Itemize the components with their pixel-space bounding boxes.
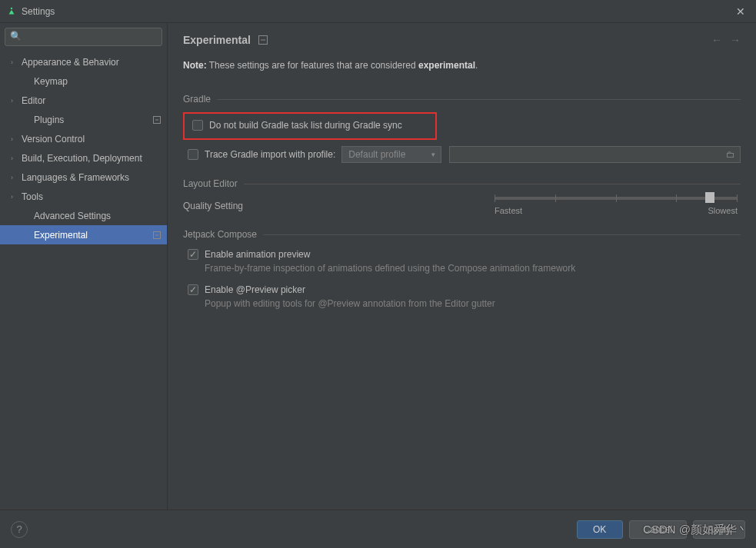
- sidebar-item-label: Editor: [22, 95, 45, 106]
- sidebar-item-tools[interactable]: ›Tools: [0, 187, 167, 206]
- sidebar-item-appearance-behavior[interactable]: ›Appearance & Behavior: [0, 52, 167, 71]
- jetpack-label: Jetpack Compose: [183, 229, 257, 240]
- checkbox-trace-gradle[interactable]: [188, 149, 198, 160]
- sidebar-item-keymap[interactable]: ›Keymap: [0, 71, 167, 91]
- page-title: Experimental: [183, 34, 251, 46]
- back-icon[interactable]: ←: [711, 34, 722, 46]
- chevron-right-icon: ›: [11, 58, 20, 66]
- jetpack-section: Jetpack Compose Enable animation preview…: [183, 229, 741, 309]
- layout-editor-section: Layout Editor Quality Setting Fastest Sl…: [183, 178, 741, 215]
- jetpack-opt2-label: Enable @Preview picker: [205, 284, 305, 295]
- checkbox-anim-preview[interactable]: [188, 249, 198, 260]
- fastest-label: Fastest: [495, 206, 522, 215]
- chevron-right-icon: ›: [11, 97, 20, 105]
- jetpack-desc1: Frame-by-frame inspection of animations …: [183, 263, 741, 274]
- sidebar-item-label: Keymap: [34, 76, 68, 87]
- sidebar-item-label: Languages & Frameworks: [22, 172, 129, 183]
- title-bar: Settings ✕: [0, 0, 756, 23]
- help-button[interactable]: ?: [11, 521, 28, 538]
- highlighted-option: Do not build Gradle task list during Gra…: [183, 112, 437, 140]
- content-panel: Experimental ← → Note: These settings ar…: [168, 23, 756, 510]
- sidebar-item-plugins[interactable]: ›Plugins: [0, 110, 167, 129]
- profile-path-input[interactable]: 🗀: [449, 146, 741, 163]
- jetpack-opt1-label: Enable animation preview: [205, 249, 310, 260]
- checkbox-preview-picker[interactable]: [188, 284, 198, 295]
- close-icon[interactable]: ✕: [731, 5, 750, 18]
- sidebar-item-label: Plugins: [34, 115, 64, 125]
- gradle-opt2-label: Trace Gradle import with profile:: [205, 149, 335, 160]
- chevron-right-icon: ›: [11, 135, 20, 143]
- cancel-button[interactable]: Cancel: [629, 520, 687, 539]
- separator-icon: [153, 116, 161, 124]
- sidebar-item-label: Advanced Settings: [34, 211, 111, 221]
- chevron-right-icon: ›: [11, 174, 20, 181]
- folder-icon[interactable]: 🗀: [726, 149, 735, 160]
- settings-tree: ›Appearance & Behavior›Keymap›Editor›Plu…: [0, 49, 167, 510]
- sidebar-item-build-execution-deployment[interactable]: ›Build, Execution, Deployment: [0, 148, 167, 168]
- android-studio-icon: [6, 6, 17, 17]
- chevron-right-icon: ›: [11, 193, 20, 201]
- note-text: Note: These settings are for features th…: [183, 60, 741, 71]
- sidebar-item-label: Version Control: [22, 134, 85, 144]
- sidebar-item-languages-frameworks[interactable]: ›Languages & Frameworks: [0, 168, 167, 187]
- slowest-label: Slowest: [708, 206, 738, 215]
- apply-button[interactable]: Apply: [693, 520, 745, 539]
- sidebar-item-label: Appearance & Behavior: [22, 57, 119, 68]
- sidebar: 🔍 ›Appearance & Behavior›Keymap›Editor›P…: [0, 23, 168, 510]
- window-title: Settings: [22, 6, 731, 17]
- quality-slider[interactable]: [495, 197, 738, 200]
- chevron-down-icon: ▼: [430, 151, 436, 158]
- sidebar-item-experimental[interactable]: ›Experimental: [0, 225, 167, 244]
- search-icon: 🔍: [10, 31, 22, 42]
- gradle-label: Gradle: [183, 94, 211, 105]
- content-header: Experimental ← →: [183, 34, 741, 46]
- jetpack-desc2: Popup with editing tools for @Preview an…: [183, 298, 741, 309]
- separator-icon: [153, 231, 161, 239]
- svg-point-0: [11, 7, 12, 8]
- forward-icon[interactable]: →: [730, 34, 741, 46]
- sidebar-item-label: Tools: [22, 191, 43, 202]
- ok-button[interactable]: OK: [577, 520, 623, 539]
- search-field[interactable]: [25, 32, 157, 42]
- sidebar-item-label: Experimental: [34, 230, 88, 241]
- gradle-section: Gradle Do not build Gradle task list dur…: [183, 94, 741, 164]
- separator-icon: [258, 35, 268, 45]
- chevron-right-icon: ›: [11, 154, 20, 162]
- sidebar-item-label: Build, Execution, Deployment: [22, 153, 142, 164]
- checkbox-gradle-tasklist[interactable]: [192, 120, 203, 131]
- search-input[interactable]: 🔍: [5, 28, 162, 46]
- gradle-opt1-label: Do not build Gradle task list during Gra…: [209, 120, 402, 131]
- quality-label: Quality Setting: [183, 201, 243, 211]
- sidebar-item-editor[interactable]: ›Editor: [0, 91, 167, 110]
- layout-label: Layout Editor: [183, 178, 238, 189]
- footer: ? OK Cancel Apply: [0, 510, 756, 548]
- sidebar-item-advanced-settings[interactable]: ›Advanced Settings: [0, 206, 167, 225]
- slider-thumb[interactable]: [705, 192, 714, 203]
- profile-select[interactable]: Default profile ▼: [341, 146, 441, 163]
- sidebar-item-version-control[interactable]: ›Version Control: [0, 129, 167, 148]
